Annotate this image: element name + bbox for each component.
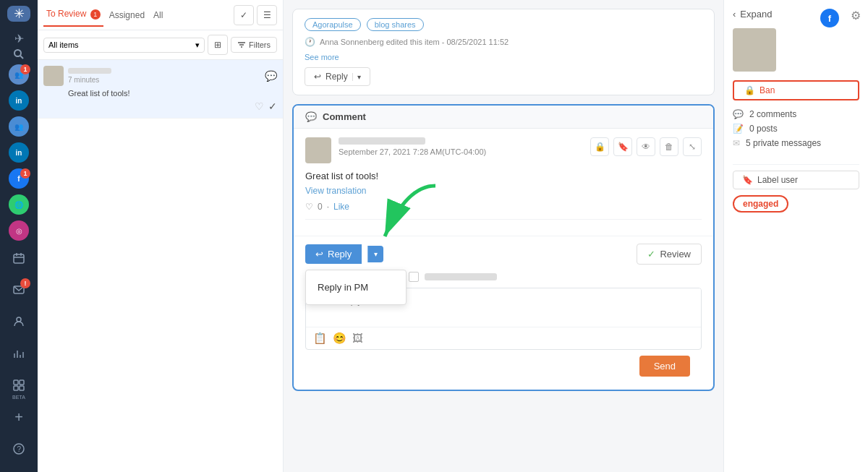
tag-agorapulse[interactable]: Agorapulse xyxy=(305,18,361,31)
right-sidebar: f ⚙ ‹ Expand 🔒 Ban 💬 2 comments 📝 0 post… xyxy=(723,0,868,472)
inbox-item-preview: Great list of tools! xyxy=(43,89,277,98)
social-avatar-1[interactable]: 👥 1 xyxy=(6,63,32,86)
web-icon[interactable]: 🌐 xyxy=(6,193,32,216)
inbox-tabs: To Review 1 Assigned All ✓ ☰ xyxy=(38,0,283,30)
stat-messages: ✉ 5 private messages xyxy=(733,138,859,148)
comment-header: 💬 Comment xyxy=(294,106,713,129)
post-reply-btn[interactable]: ↩ Reply ▾ xyxy=(305,67,370,86)
inbox-item[interactable]: 7 minutes 💬 Great list of tools! ♡ ✓ xyxy=(38,60,283,119)
svg-point-7 xyxy=(17,317,21,322)
inbox-panel: To Review 1 Assigned All ✓ ☰ All items ▾… xyxy=(38,0,284,472)
engaged-tag: engaged xyxy=(733,195,788,213)
view-translation-link[interactable]: View translation xyxy=(305,186,702,196)
linkedin-icon[interactable]: in xyxy=(6,89,32,112)
comment-bubble-icon: 💬 xyxy=(265,70,277,82)
tab-assigned[interactable]: Assigned xyxy=(106,4,148,26)
template-icon[interactable]: 📋 xyxy=(313,332,327,345)
stat-posts: 📝 0 posts xyxy=(733,124,859,134)
svg-rect-14 xyxy=(14,386,18,390)
svg-rect-12 xyxy=(14,380,18,385)
image-icon[interactable]: 🖼 xyxy=(352,332,363,345)
svg-point-0 xyxy=(14,50,21,56)
left-sidebar: ✳ ✈ 👥 1 in 👥 in f 1 🌐 xyxy=(0,0,38,472)
reply-area: ↩ Reply ▾ Reply in PM ✓ Review Mention i… xyxy=(294,236,713,390)
help-icon[interactable]: ? xyxy=(6,436,32,462)
divider xyxy=(733,164,859,165)
comment-reply-btn[interactable]: ↩ Reply xyxy=(305,244,362,264)
instagram-icon[interactable]: ◎ xyxy=(6,219,32,242)
label-user-btn[interactable]: 🔖 Label user xyxy=(733,171,859,189)
comment-card: 💬 Comment September 27, 2021 7:28 AM(UTC… xyxy=(292,104,715,391)
tab-all[interactable]: All xyxy=(150,4,166,26)
linkedin-icon-2[interactable]: in xyxy=(6,141,32,164)
reply-row: ↩ Reply ▾ Reply in PM ✓ Review xyxy=(305,244,702,265)
filter-select[interactable]: All items ▾ xyxy=(43,38,205,53)
mention-checkbox[interactable] xyxy=(409,272,419,282)
eye-icon[interactable]: 👁 xyxy=(637,137,655,156)
reply-in-pm-item[interactable]: Reply in PM xyxy=(306,276,406,299)
right-sidebar-avatar xyxy=(733,28,776,72)
tab-to-review[interactable]: To Review 1 xyxy=(43,3,103,27)
reply-dropdown-btn[interactable]: ▾ xyxy=(367,246,383,262)
comment-avatar xyxy=(305,137,331,163)
like-link[interactable]: Like xyxy=(333,202,349,212)
lock-icon[interactable]: 🔒 xyxy=(590,137,609,156)
ban-btn[interactable]: 🔒 Ban xyxy=(733,80,859,100)
like-row: ♡ 0 · Like xyxy=(305,202,702,220)
svg-rect-2 xyxy=(14,254,24,263)
svg-text:?: ? xyxy=(17,445,22,453)
svg-line-1 xyxy=(20,56,23,59)
comment-username-placeholder xyxy=(339,137,425,145)
social-avatar-2[interactable]: 👥 xyxy=(6,115,32,138)
beta-icon[interactable]: BETA xyxy=(6,372,32,398)
grid-icon-btn[interactable]: ⊞ xyxy=(208,35,228,55)
comment-action-icons: 🔒 🔖 👁 🗑 ⤡ xyxy=(590,137,702,156)
svg-rect-13 xyxy=(20,380,24,385)
list-view-btn[interactable]: ☰ xyxy=(257,5,277,25)
comment-time: September 27, 2021 7:28 AM(UTC-04:00) xyxy=(339,147,583,156)
search-icon[interactable] xyxy=(6,48,32,60)
emoji-icon[interactable]: 😊 xyxy=(333,332,346,345)
comment-text: Great list of tools! xyxy=(305,171,702,181)
expand-icon[interactable]: ⤡ xyxy=(683,137,702,156)
bookmark-icon[interactable]: 🔖 xyxy=(613,137,632,156)
send-btn[interactable]: Send xyxy=(639,356,690,377)
post-card: Agorapulse blog shares 🕐 Anna Sonnenberg… xyxy=(292,9,715,95)
check-icon[interactable]: ✓ xyxy=(268,100,277,112)
inbox-item-avatar xyxy=(43,66,64,86)
filters-btn[interactable]: Filters xyxy=(231,37,277,53)
like-icon[interactable]: ♡ xyxy=(255,100,264,112)
add-icon[interactable]: + xyxy=(6,404,32,430)
stat-comments: 💬 2 comments xyxy=(733,109,859,119)
mention-name-placeholder xyxy=(425,273,497,280)
trash-icon[interactable]: 🗑 xyxy=(660,137,678,156)
facebook-icon-top: f xyxy=(820,9,839,27)
see-more-link[interactable]: See more xyxy=(305,53,702,61)
send-row: Send xyxy=(305,350,702,382)
email-icon[interactable]: ! xyxy=(6,277,32,303)
calendar-icon[interactable] xyxy=(6,245,32,271)
reply-in-pm-dropdown: Reply in PM xyxy=(305,270,407,305)
tag-row: Agorapulse blog shares xyxy=(305,18,702,31)
expand-btn[interactable]: ‹ Expand xyxy=(733,9,859,20)
stats-icon[interactable] xyxy=(6,340,32,366)
svg-rect-15 xyxy=(20,386,24,390)
bell-icon[interactable] xyxy=(6,468,32,472)
inbox-item-time: 7 minutes xyxy=(68,76,260,84)
gear-icon-top[interactable]: ⚙ xyxy=(851,9,861,22)
edit-info: 🕐 Anna Sonnenberg edited this item - 08/… xyxy=(305,37,702,47)
comment-user-info: September 27, 2021 7:28 AM(UTC-04:00) xyxy=(339,137,583,156)
send-icon[interactable]: ✈ xyxy=(6,32,32,46)
tag-blog-shares[interactable]: blog shares xyxy=(367,18,424,31)
check-all-btn[interactable]: ✓ xyxy=(234,5,254,25)
inbox-item-name-placeholder xyxy=(68,68,111,74)
review-btn[interactable]: ✓ Review xyxy=(637,244,702,265)
comment-body: September 27, 2021 7:28 AM(UTC-04:00) 🔒 … xyxy=(294,129,713,236)
team-icon[interactable] xyxy=(6,309,32,335)
textarea-toolbar: 📋 😊 🖼 xyxy=(306,327,701,349)
inbox-toolbar: All items ▾ ⊞ Filters xyxy=(38,30,283,60)
logo: ✳ xyxy=(7,6,30,22)
main-content: Agorapulse blog shares 🕐 Anna Sonnenberg… xyxy=(284,0,723,472)
facebook-avatar[interactable]: f 1 xyxy=(6,167,32,190)
